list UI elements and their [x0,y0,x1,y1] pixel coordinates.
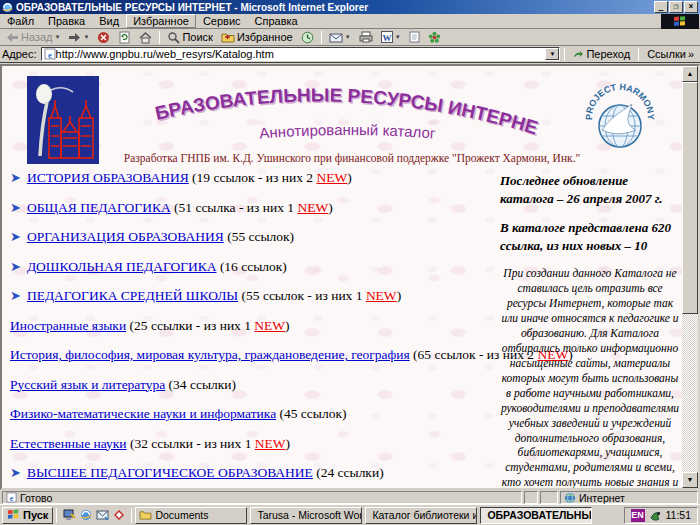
new-badge-link[interactable]: NEW [366,288,397,303]
internet-explorer-icon[interactable] [80,509,92,521]
task-button-active[interactable]: e ОБРАЗОВАТЕЛЬНЫЕ Р... [480,507,592,524]
menu-tools[interactable]: Сервис [196,14,248,28]
project-harmony-logo: PROJECT HARMONY [580,78,660,156]
discuss-button[interactable] [406,30,423,44]
link-count: (55 ссылок) [224,229,294,244]
show-desktop-icon[interactable] [63,509,76,521]
menu-view[interactable]: Вид [92,14,126,28]
edit-dropdown[interactable]: ▼ [395,34,401,40]
category-link[interactable]: ПЕДАГОГИКА СРЕДНЕЙ ШКОЛЫ [27,288,238,303]
list-item: ➤ПЕДАГОГИКА СРЕДНЕЙ ШКОЛЫ (55 ссылок - и… [10,288,496,304]
arrow-icon: ➤ [10,288,21,303]
category-link[interactable]: ВЫСШЕЕ ПЕДАГОГИЧЕСКОЕ ОБРАЗОВАНИЕ [27,465,313,480]
status-text: Готово [20,492,52,504]
link-count: (45 ссылок) [276,406,346,421]
category-link[interactable]: История, философия, мировая культура, гр… [10,347,410,362]
browser-viewport: ОБРАЗОВАТЕЛЬНЫЕ РЕСУРСЫ ИНТЕРНЕТ ОБРАЗОВ… [0,64,700,490]
forward-button[interactable]: ▼ [65,31,92,44]
task-label: Каталог библиотеки и с... [372,509,477,521]
new-badge-link[interactable]: NEW [316,170,347,185]
address-dropdown[interactable]: ▼ [545,48,559,60]
category-link[interactable]: Естественные науки [10,436,127,451]
system-tray: EN 11:51 [624,507,699,524]
outlook-express-icon[interactable] [96,510,109,521]
history-button[interactable] [298,30,317,45]
task-label: ОБРАЗОВАТЕЛЬНЫЕ Р... [487,509,592,521]
vertical-scrollbar[interactable]: ▲ ▼ [682,66,698,488]
link-count: (34 ссылки) [165,377,236,392]
link-count: (24 ссылки) [313,465,384,480]
mail-dropdown[interactable]: ▼ [345,34,351,40]
forward-dropdown[interactable]: ▼ [83,34,89,40]
toolbar-separator [321,31,322,44]
list-item: ➤ИСТОРИЯ ОБРАЗОВАНИЯ (19 ссылок - из них… [10,170,496,186]
scrollbar-thumb[interactable] [682,82,698,314]
task-button-documents[interactable]: Documents [135,507,247,524]
ie-app-icon [2,2,13,13]
stop-button[interactable] [94,30,113,45]
scroll-up-button[interactable]: ▲ [682,66,698,82]
link-count: (19 ссылок - из них 2 [189,170,317,185]
arrow-icon: ➤ [10,170,21,185]
category-link[interactable]: ОРГАНИЗАЦИЯ ОБРАЗОВАНИЯ [27,229,224,244]
language-indicator[interactable]: EN [631,509,645,522]
scroll-down-button[interactable]: ▼ [682,472,698,488]
menu-help[interactable]: Справка [248,14,305,28]
minimize-button[interactable]: _ [654,1,668,13]
menu-edit[interactable]: Правка [41,14,92,28]
task-label: Documents [155,509,208,521]
link-count-close: ) [397,288,402,303]
category-link[interactable]: Русский язык и литература [10,377,165,392]
clock[interactable]: 11:51 [666,509,692,521]
back-label: Назад [21,31,53,43]
menu-favorites[interactable]: Избранное [126,14,196,28]
task-button-catalog[interactable]: e Каталог библиотеки и с... [365,507,477,524]
favorites-label: Избранное [237,31,293,43]
tray-utility-icon[interactable] [649,509,662,522]
messenger-button[interactable] [425,30,444,45]
category-link[interactable]: ДОШКОЛЬНАЯ ПЕДАГОГИКА [27,259,217,274]
new-badge-link[interactable]: NEW [254,318,285,333]
restore-button[interactable]: ❐ [669,1,683,13]
category-link[interactable]: ИСТОРИЯ ОБРАЗОВАНИЯ [27,170,189,185]
category-link[interactable]: ОБЩАЯ ПЕДАГОГИКА [27,200,171,215]
address-input[interactable]: e http://www.gnpbu.ru/web_resyrs/Katalog… [41,47,561,61]
edit-word-button[interactable]: W ▼ [378,30,404,44]
search-button[interactable]: Поиск [164,30,215,45]
home-button[interactable] [136,30,155,45]
back-dropdown[interactable]: ▼ [55,34,61,40]
print-icon [359,31,373,43]
go-label: Переход [586,48,630,60]
print-button[interactable] [356,30,376,44]
list-item: ➤ВЫСШЕЕ ПЕДАГОГИЧЕСКОЕ ОБРАЗОВАНИЕ (24 с… [10,465,496,481]
arrow-icon: ➤ [10,229,21,244]
go-arrow-icon [573,49,584,60]
link-count: (55 ссылок - из них 1 [238,288,366,303]
start-button[interactable]: Пуск [2,507,53,524]
favorites-folder-icon [221,31,235,43]
window-title: ОБРАЗОВАТЕЛЬНЫЕ РЕСУРСЫ ИНТЕРНЕТ - Micro… [16,2,654,13]
menu-file[interactable]: Файл [0,14,41,28]
new-badge-link[interactable]: NEW [297,200,328,215]
favorites-button[interactable]: Избранное [218,30,296,44]
taskbar-separator [56,508,57,523]
category-link[interactable]: Физико-математические науки и информатик… [10,406,276,421]
task-button-word[interactable]: W Tarusa - Microsoft Word [250,507,362,524]
link-count-close: ) [286,436,291,451]
refresh-button[interactable] [115,30,134,45]
back-button[interactable]: Назад ▼ [3,30,63,44]
links-label: Ссылки [647,48,686,60]
mail-icon [329,32,343,43]
close-button[interactable]: × [684,1,698,13]
arrow-icon: ➤ [10,259,21,274]
media-app-icon[interactable] [113,509,125,521]
new-badge-link[interactable]: NEW [255,436,286,451]
go-button[interactable]: Переход [569,48,634,60]
link-count: (51 ссылка - из них 1 [171,200,298,215]
mail-button[interactable]: ▼ [326,31,354,44]
menu-bar: Файл Правка Вид Избранное Сервис Справка [0,14,700,29]
category-link[interactable]: Иностранные языки [10,318,126,333]
chevron-right-icon: » [688,48,694,60]
links-button[interactable]: Ссылки » [643,48,698,60]
svg-text:e: e [10,494,14,503]
